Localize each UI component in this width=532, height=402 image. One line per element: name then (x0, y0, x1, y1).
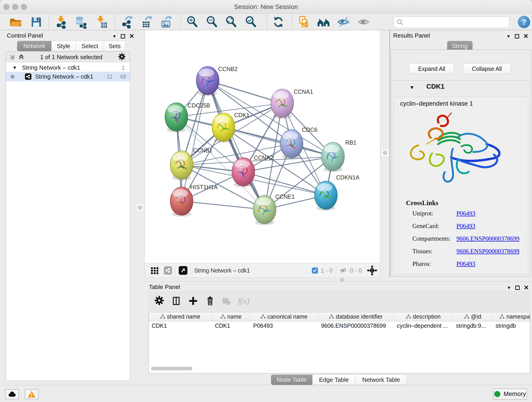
right-splitter[interactable] (380, 30, 389, 278)
delete-column-icon[interactable] (205, 296, 215, 306)
crosslink-link[interactable]: P06493 (456, 223, 475, 230)
grid-view-icon[interactable] (151, 266, 159, 274)
close-panel-icon[interactable]: ✕ (523, 33, 529, 39)
export-image-button[interactable] (160, 15, 173, 29)
table-cell[interactable]: stringdb:9... (453, 322, 493, 329)
network-edge[interactable] (208, 81, 265, 210)
network-node-cdc6[interactable]: CDC6 (280, 127, 317, 159)
network-graph[interactable]: CCNB2CCNA1CDC25BCDK1CDC6RB1CCNB1CCNA2CDK… (145, 30, 380, 263)
title-bar[interactable]: Session: New Session (0, 0, 532, 14)
network-canvas[interactable]: CCNB2CCNA1CDC25BCDK1CDC6RB1CCNB1CCNA2CDK… (144, 30, 380, 263)
tab-node-table[interactable]: Node Table (271, 375, 312, 385)
export-network-button[interactable] (120, 15, 134, 29)
zoom-out-button[interactable] (205, 15, 219, 29)
table-cell[interactable]: P06493 (250, 322, 318, 329)
column-header--id[interactable]: @id (453, 312, 493, 321)
pan-crosshair-icon[interactable] (367, 265, 377, 276)
network-edge[interactable] (182, 81, 208, 201)
float-panel-icon[interactable] (121, 34, 125, 38)
hidden-eye-icon[interactable] (339, 267, 347, 274)
zoom-fit-button[interactable] (225, 15, 238, 29)
collapse-panel-icon[interactable]: ▼ (507, 286, 511, 290)
import-network-database-button[interactable] (74, 15, 88, 29)
disclosure-triangle-icon[interactable]: ▼ (12, 65, 17, 70)
float-panel-icon[interactable] (515, 34, 519, 38)
network-node-ccnb2[interactable]: CCNB2 (196, 66, 238, 96)
selected-checkbox-icon[interactable] (312, 268, 318, 274)
task-warning-button[interactable] (25, 389, 38, 399)
tab-network[interactable]: Network (17, 41, 51, 51)
hide-eye-button[interactable] (337, 15, 351, 29)
float-panel-icon[interactable] (515, 286, 520, 290)
horizontal-scrollbar-thumb[interactable] (151, 367, 192, 370)
zoom-in-button[interactable] (186, 15, 199, 29)
crosslink-link[interactable]: 9606.ENSP00000378699 (456, 248, 519, 255)
network-node-cdc25b[interactable]: CDC25B (165, 102, 210, 133)
table-cell[interactable]: CDK1 (212, 322, 250, 329)
collapse-all-button[interactable]: Collapse All (463, 64, 511, 74)
close-panel-icon[interactable]: ✕ (129, 33, 134, 39)
network-node-cdkn1a[interactable]: CDKN1A (315, 174, 360, 211)
add-column-icon[interactable] (188, 296, 198, 306)
crosslink-link[interactable]: P06493 (456, 260, 475, 268)
column-header-namespace[interactable]: namespace (493, 312, 530, 321)
open-session-button[interactable] (9, 15, 22, 29)
expand-all-button[interactable]: Expand All (409, 64, 454, 74)
left-splitter[interactable] (136, 30, 144, 384)
help-button[interactable]: ? (518, 16, 530, 28)
column-header-canonical-name[interactable]: canonical name (250, 312, 318, 321)
network-node-cdk1[interactable]: CDK1 (212, 112, 249, 143)
show-columns-icon[interactable] (171, 296, 181, 306)
import-table-file-button[interactable] (95, 15, 109, 29)
crosslink-link[interactable]: P06493 (456, 210, 475, 217)
import-network-file-button[interactable] (55, 15, 68, 29)
network-collection-row[interactable]: ▼ String Network – cdk1 1 (6, 63, 130, 72)
network-node-hist1h1a[interactable]: HIST1H1A (170, 184, 218, 217)
save-session-button[interactable] (29, 15, 43, 29)
network-node-ccna1[interactable]: CCNA1 (271, 89, 313, 119)
table-cell[interactable]: cyclin–dependent ... (394, 322, 453, 329)
horizontal-splitter[interactable] (144, 278, 532, 281)
search-field[interactable] (394, 17, 509, 28)
table-cell[interactable]: stringdb (493, 322, 530, 329)
section-disclosure-icon[interactable]: ▼ (409, 85, 414, 90)
export-table-button[interactable] (140, 15, 154, 29)
detach-view-button[interactable] (179, 266, 187, 275)
zoom-selected-button[interactable] (244, 15, 258, 29)
node-section-title[interactable]: CDK1 (426, 83, 444, 90)
close-panel-icon[interactable]: ✕ (524, 285, 529, 291)
table-cell[interactable]: CDK1 (149, 322, 212, 329)
cloud-status-button[interactable] (5, 389, 19, 399)
column-header-description[interactable]: description (394, 312, 453, 321)
clone-network-button[interactable] (297, 15, 310, 29)
collapse-panel-icon[interactable]: ▼ (112, 34, 117, 38)
tab-network-table[interactable]: Network Table (355, 375, 407, 385)
network-node-ccne1[interactable]: CCNE1 (253, 193, 295, 225)
tab-select[interactable]: Select (76, 41, 104, 51)
table-cell[interactable]: 9606.ENSP00000378699 (318, 322, 394, 329)
tab-edge-table[interactable]: Edge Table (312, 375, 355, 385)
network-node-rb1[interactable]: RB1 (322, 139, 356, 172)
tab-sets[interactable]: Sets (104, 41, 126, 51)
show-eye-button[interactable] (357, 15, 371, 29)
column-header-shared-name[interactable]: shared name (149, 312, 212, 321)
function-builder-icon[interactable]: f(x) (238, 296, 249, 306)
refresh-view-button[interactable] (272, 15, 285, 29)
gear-icon[interactable] (154, 295, 164, 306)
left-splitter-handle[interactable] (136, 204, 144, 211)
column-header-database-identifier[interactable]: database identifier (318, 312, 394, 321)
chevron-double-up-icon[interactable] (18, 54, 25, 60)
network-type-view-icon[interactable] (164, 266, 172, 274)
memory-button[interactable]: Memory (493, 389, 527, 400)
clear-table-icon[interactable] (222, 296, 231, 306)
tab-style[interactable]: Style (51, 41, 76, 51)
gear-icon[interactable] (118, 53, 126, 61)
node-table[interactable]: shared namenamecanonical namedatabase id… (148, 312, 530, 373)
search-input[interactable] (404, 19, 504, 26)
crosslink-link[interactable]: 9606.ENSP00000378699 (456, 235, 519, 242)
column-header-name[interactable]: name (212, 312, 250, 321)
right-splitter-handle[interactable] (381, 149, 389, 157)
collapse-panel-icon[interactable]: ▼ (506, 34, 511, 38)
network-row-selected[interactable]: String Network – cdk1 11 48 (6, 72, 130, 81)
chevron-double-down-icon[interactable] (9, 54, 16, 60)
